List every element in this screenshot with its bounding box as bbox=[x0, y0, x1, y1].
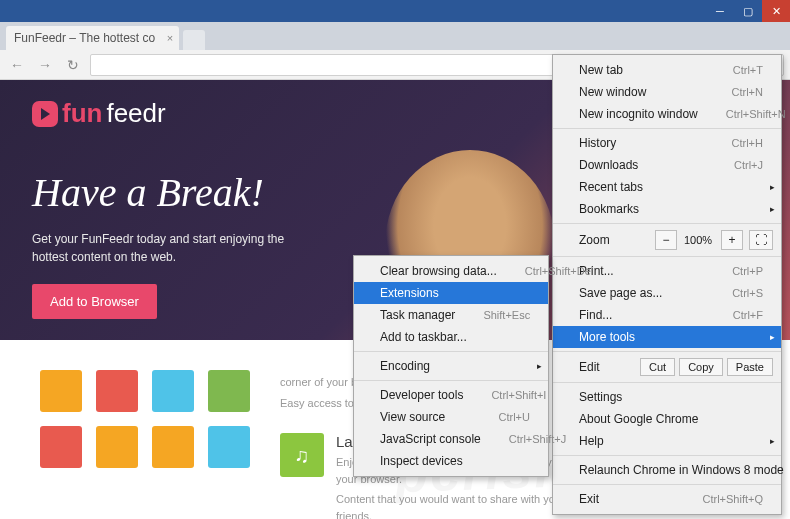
thumb bbox=[208, 426, 250, 468]
thumb bbox=[152, 426, 194, 468]
menu-more-tools[interactable]: More tools▸ bbox=[553, 326, 781, 348]
menu-save-page[interactable]: Save page as...Ctrl+S bbox=[553, 282, 781, 304]
minimize-button[interactable]: ─ bbox=[706, 0, 734, 22]
submenu-extensions[interactable]: Extensions bbox=[354, 282, 548, 304]
menu-zoom-row: Zoom − 100% + ⛶ bbox=[553, 227, 781, 253]
chrome-main-menu: New tabCtrl+T New windowCtrl+N New incog… bbox=[552, 54, 782, 515]
submenu-task-manager[interactable]: Task managerShift+Esc bbox=[354, 304, 548, 326]
close-button[interactable]: ✕ bbox=[762, 0, 790, 22]
menu-new-tab[interactable]: New tabCtrl+T bbox=[553, 59, 781, 81]
menu-settings[interactable]: Settings bbox=[553, 386, 781, 408]
menu-relaunch-win8[interactable]: Relaunch Chrome in Windows 8 mode bbox=[553, 459, 781, 481]
tab-close-icon[interactable]: × bbox=[167, 32, 173, 44]
menu-help[interactable]: Help▸ bbox=[553, 430, 781, 452]
thumb bbox=[208, 370, 250, 412]
back-button[interactable]: ← bbox=[6, 54, 28, 76]
logo-text-prefix: fun bbox=[62, 98, 102, 129]
forward-button[interactable]: → bbox=[34, 54, 56, 76]
menu-exit[interactable]: ExitCtrl+Shift+Q bbox=[553, 488, 781, 510]
menu-about[interactable]: About Google Chrome bbox=[553, 408, 781, 430]
thumb bbox=[152, 370, 194, 412]
thumb bbox=[96, 426, 138, 468]
menu-bookmarks[interactable]: Bookmarks▸ bbox=[553, 198, 781, 220]
cut-button[interactable]: Cut bbox=[640, 358, 675, 376]
reload-button[interactable]: ↻ bbox=[62, 54, 84, 76]
menu-find[interactable]: Find...Ctrl+F bbox=[553, 304, 781, 326]
add-to-browser-button[interactable]: Add to Browser bbox=[32, 284, 157, 319]
menu-incognito[interactable]: New incognito windowCtrl+Shift+N bbox=[553, 103, 781, 125]
zoom-label: Zoom bbox=[579, 233, 653, 247]
paste-button[interactable]: Paste bbox=[727, 358, 773, 376]
tab-title: FunFeedr – The hottest co bbox=[14, 31, 155, 45]
submenu-add-taskbar[interactable]: Add to taskbar... bbox=[354, 326, 548, 348]
zoom-in-button[interactable]: + bbox=[721, 230, 743, 250]
fullscreen-button[interactable]: ⛶ bbox=[749, 230, 773, 250]
submenu-view-source[interactable]: View sourceCtrl+U bbox=[354, 406, 548, 428]
thumb bbox=[40, 426, 82, 468]
menu-downloads[interactable]: DownloadsCtrl+J bbox=[553, 154, 781, 176]
tab-strip: FunFeedr – The hottest co × bbox=[0, 22, 790, 50]
menu-new-window[interactable]: New windowCtrl+N bbox=[553, 81, 781, 103]
submenu-encoding[interactable]: Encoding▸ bbox=[354, 355, 548, 377]
submenu-clear-data[interactable]: Clear browsing data...Ctrl+Shift+Del bbox=[354, 260, 548, 282]
zoom-value: 100% bbox=[677, 234, 719, 246]
new-tab-button[interactable] bbox=[183, 30, 205, 50]
menu-history[interactable]: HistoryCtrl+H bbox=[553, 132, 781, 154]
copy-button[interactable]: Copy bbox=[679, 358, 723, 376]
play-icon bbox=[32, 101, 58, 127]
window-titlebar: ─ ▢ ✕ bbox=[0, 0, 790, 22]
thumb bbox=[96, 370, 138, 412]
more-tools-submenu: Clear browsing data...Ctrl+Shift+Del Ext… bbox=[353, 255, 549, 477]
zoom-out-button[interactable]: − bbox=[655, 230, 677, 250]
submenu-devtools[interactable]: Developer toolsCtrl+Shift+I bbox=[354, 384, 548, 406]
submenu-js-console[interactable]: JavaScript consoleCtrl+Shift+J bbox=[354, 428, 548, 450]
thumb bbox=[40, 370, 82, 412]
thumbnail-grid bbox=[40, 370, 250, 519]
menu-edit-row: Edit Cut Copy Paste bbox=[553, 355, 781, 379]
music-icon: ♫ bbox=[280, 433, 324, 477]
hero-subtext: Get your FunFeedr today and start enjoyi… bbox=[32, 230, 322, 266]
logo-text-suffix: feedr bbox=[106, 98, 165, 129]
menu-recent-tabs[interactable]: Recent tabs▸ bbox=[553, 176, 781, 198]
maximize-button[interactable]: ▢ bbox=[734, 0, 762, 22]
browser-tab[interactable]: FunFeedr – The hottest co × bbox=[6, 26, 179, 50]
edit-label: Edit bbox=[579, 360, 636, 374]
submenu-inspect-devices[interactable]: Inspect devices bbox=[354, 450, 548, 472]
